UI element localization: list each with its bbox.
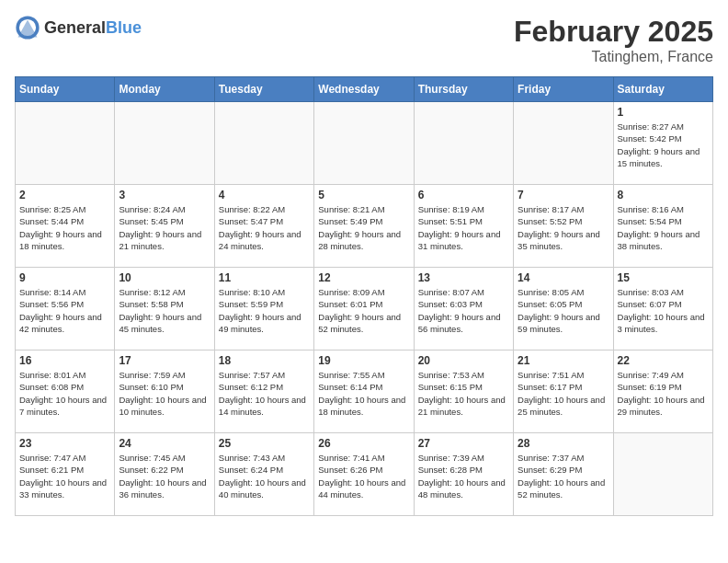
logo-text-blue: Blue <box>106 18 142 37</box>
calendar-cell: 12Sunrise: 8:09 AM Sunset: 6:01 PM Dayli… <box>314 268 414 350</box>
day-info: Sunrise: 8:22 AM Sunset: 5:47 PM Dayligh… <box>219 203 310 252</box>
day-info: Sunrise: 8:07 AM Sunset: 6:03 PM Dayligh… <box>418 286 509 335</box>
calendar-cell: 6Sunrise: 8:19 AM Sunset: 5:51 PM Daylig… <box>414 185 513 268</box>
day-number: 17 <box>119 354 210 367</box>
day-number: 6 <box>418 189 509 201</box>
day-info: Sunrise: 7:41 AM Sunset: 6:26 PM Dayligh… <box>318 452 409 500</box>
calendar-week-row: 2Sunrise: 8:25 AM Sunset: 5:44 PM Daylig… <box>16 185 713 268</box>
month-year-title: February 2025 <box>514 15 713 49</box>
day-number: 14 <box>518 271 609 284</box>
calendar-cell: 22Sunrise: 7:49 AM Sunset: 6:19 PM Dayli… <box>613 350 712 433</box>
calendar-cell: 24Sunrise: 7:45 AM Sunset: 6:22 PM Dayli… <box>115 433 214 516</box>
day-info: Sunrise: 8:14 AM Sunset: 5:56 PM Dayligh… <box>19 286 110 335</box>
day-info: Sunrise: 8:01 AM Sunset: 6:08 PM Dayligh… <box>19 369 110 418</box>
day-info: Sunrise: 8:17 AM Sunset: 5:52 PM Dayligh… <box>518 203 609 252</box>
title-section: February 2025 Tatinghem, France <box>514 15 713 65</box>
day-number: 27 <box>418 437 509 450</box>
calendar-cell <box>514 102 613 185</box>
calendar-week-row: 1Sunrise: 8:27 AM Sunset: 5:42 PM Daylig… <box>16 102 713 185</box>
day-info: Sunrise: 8:05 AM Sunset: 6:05 PM Dayligh… <box>518 286 609 335</box>
day-info: Sunrise: 8:19 AM Sunset: 5:51 PM Dayligh… <box>418 203 509 252</box>
column-header-tuesday: Tuesday <box>214 77 313 102</box>
logo-icon <box>15 15 40 40</box>
calendar-cell: 25Sunrise: 7:43 AM Sunset: 6:24 PM Dayli… <box>214 433 313 516</box>
calendar-cell: 1Sunrise: 8:27 AM Sunset: 5:42 PM Daylig… <box>613 102 712 185</box>
logo-text-general: General <box>44 18 106 37</box>
day-number: 2 <box>19 189 110 201</box>
calendar-cell <box>214 102 313 185</box>
column-header-wednesday: Wednesday <box>314 77 414 102</box>
calendar-cell <box>613 433 712 516</box>
calendar-cell: 26Sunrise: 7:41 AM Sunset: 6:26 PM Dayli… <box>314 433 414 516</box>
calendar-cell: 3Sunrise: 8:24 AM Sunset: 5:45 PM Daylig… <box>115 185 214 268</box>
calendar-table: SundayMondayTuesdayWednesdayThursdayFrid… <box>15 76 713 516</box>
day-number: 21 <box>518 354 609 367</box>
day-number: 11 <box>219 271 310 284</box>
column-header-monday: Monday <box>115 77 214 102</box>
calendar-header-row: SundayMondayTuesdayWednesdayThursdayFrid… <box>16 77 713 102</box>
day-number: 18 <box>219 354 310 367</box>
day-info: Sunrise: 7:39 AM Sunset: 6:28 PM Dayligh… <box>418 452 509 500</box>
day-number: 3 <box>119 189 210 201</box>
calendar-cell: 13Sunrise: 8:07 AM Sunset: 6:03 PM Dayli… <box>414 268 513 350</box>
day-info: Sunrise: 7:43 AM Sunset: 6:24 PM Dayligh… <box>219 452 310 500</box>
day-number: 4 <box>219 189 310 201</box>
day-number: 9 <box>19 271 110 284</box>
day-info: Sunrise: 7:49 AM Sunset: 6:19 PM Dayligh… <box>618 369 709 418</box>
day-number: 1 <box>618 106 709 119</box>
calendar-cell: 4Sunrise: 8:22 AM Sunset: 5:47 PM Daylig… <box>214 185 313 268</box>
day-info: Sunrise: 7:47 AM Sunset: 6:21 PM Dayligh… <box>19 452 110 500</box>
day-number: 20 <box>418 354 509 367</box>
column-header-thursday: Thursday <box>414 77 513 102</box>
calendar-cell: 28Sunrise: 7:37 AM Sunset: 6:29 PM Dayli… <box>514 433 613 516</box>
day-number: 12 <box>318 271 409 284</box>
calendar-week-row: 23Sunrise: 7:47 AM Sunset: 6:21 PM Dayli… <box>16 433 713 516</box>
day-info: Sunrise: 8:24 AM Sunset: 5:45 PM Dayligh… <box>119 203 210 252</box>
day-info: Sunrise: 7:45 AM Sunset: 6:22 PM Dayligh… <box>119 452 210 500</box>
calendar-cell: 11Sunrise: 8:10 AM Sunset: 5:59 PM Dayli… <box>214 268 313 350</box>
day-info: Sunrise: 8:21 AM Sunset: 5:49 PM Dayligh… <box>318 203 409 252</box>
day-number: 24 <box>119 437 210 450</box>
calendar-cell: 21Sunrise: 7:51 AM Sunset: 6:17 PM Dayli… <box>514 350 613 433</box>
day-info: Sunrise: 8:27 AM Sunset: 5:42 PM Dayligh… <box>618 121 709 169</box>
day-number: 28 <box>518 437 609 450</box>
day-info: Sunrise: 7:53 AM Sunset: 6:15 PM Dayligh… <box>418 369 509 418</box>
day-info: Sunrise: 7:59 AM Sunset: 6:10 PM Dayligh… <box>119 369 210 418</box>
calendar-cell: 9Sunrise: 8:14 AM Sunset: 5:56 PM Daylig… <box>16 268 115 350</box>
calendar-cell: 15Sunrise: 8:03 AM Sunset: 6:07 PM Dayli… <box>613 268 712 350</box>
day-number: 26 <box>318 437 409 450</box>
day-info: Sunrise: 7:57 AM Sunset: 6:12 PM Dayligh… <box>219 369 310 418</box>
day-info: Sunrise: 8:03 AM Sunset: 6:07 PM Dayligh… <box>618 286 709 335</box>
day-number: 7 <box>518 189 609 201</box>
column-header-friday: Friday <box>514 77 613 102</box>
calendar-cell <box>16 102 115 185</box>
calendar-cell <box>115 102 214 185</box>
day-number: 16 <box>19 354 110 367</box>
column-header-sunday: Sunday <box>16 77 115 102</box>
calendar-cell: 27Sunrise: 7:39 AM Sunset: 6:28 PM Dayli… <box>414 433 513 516</box>
calendar-cell: 18Sunrise: 7:57 AM Sunset: 6:12 PM Dayli… <box>214 350 313 433</box>
calendar-cell <box>414 102 513 185</box>
calendar-cell: 7Sunrise: 8:17 AM Sunset: 5:52 PM Daylig… <box>514 185 613 268</box>
day-number: 19 <box>318 354 409 367</box>
day-info: Sunrise: 8:12 AM Sunset: 5:58 PM Dayligh… <box>119 286 210 335</box>
day-info: Sunrise: 8:09 AM Sunset: 6:01 PM Dayligh… <box>318 286 409 335</box>
calendar-cell: 16Sunrise: 8:01 AM Sunset: 6:08 PM Dayli… <box>16 350 115 433</box>
calendar-cell: 10Sunrise: 8:12 AM Sunset: 5:58 PM Dayli… <box>115 268 214 350</box>
calendar-week-row: 9Sunrise: 8:14 AM Sunset: 5:56 PM Daylig… <box>16 268 713 350</box>
day-number: 5 <box>318 189 409 201</box>
column-header-saturday: Saturday <box>613 77 712 102</box>
calendar-cell: 17Sunrise: 7:59 AM Sunset: 6:10 PM Dayli… <box>115 350 214 433</box>
day-number: 25 <box>219 437 310 450</box>
day-info: Sunrise: 8:16 AM Sunset: 5:54 PM Dayligh… <box>618 203 709 252</box>
calendar-cell: 20Sunrise: 7:53 AM Sunset: 6:15 PM Dayli… <box>414 350 513 433</box>
calendar-cell: 23Sunrise: 7:47 AM Sunset: 6:21 PM Dayli… <box>16 433 115 516</box>
calendar-cell: 8Sunrise: 8:16 AM Sunset: 5:54 PM Daylig… <box>613 185 712 268</box>
day-number: 15 <box>618 271 709 284</box>
day-info: Sunrise: 7:37 AM Sunset: 6:29 PM Dayligh… <box>518 452 609 500</box>
day-number: 23 <box>19 437 110 450</box>
day-info: Sunrise: 7:51 AM Sunset: 6:17 PM Dayligh… <box>518 369 609 418</box>
logo: GeneralBlue <box>15 15 142 40</box>
calendar-cell: 5Sunrise: 8:21 AM Sunset: 5:49 PM Daylig… <box>314 185 414 268</box>
calendar-cell: 19Sunrise: 7:55 AM Sunset: 6:14 PM Dayli… <box>314 350 414 433</box>
